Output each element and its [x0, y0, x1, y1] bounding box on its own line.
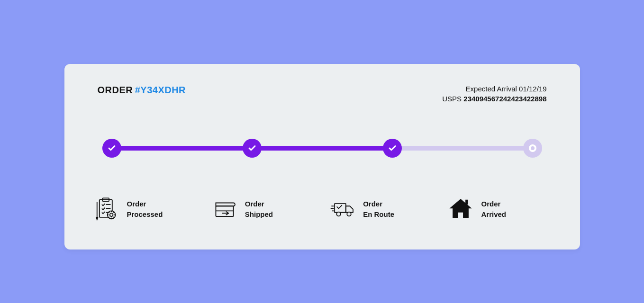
- step-arrived: Order Arrived: [447, 196, 551, 223]
- tracking-number: 234094567242423422898: [463, 95, 546, 103]
- step-node-4: [523, 139, 542, 158]
- steps-row: Order Processed Order Shipped: [93, 196, 552, 223]
- step-line1: Order: [245, 199, 273, 209]
- step-line2: Arrived: [481, 209, 506, 220]
- step-node-2: [243, 139, 262, 158]
- arrival-date: 01/12/19: [519, 85, 546, 93]
- home-icon: [447, 196, 474, 223]
- check-icon: [248, 144, 256, 152]
- shipping-info: Expected Arrival 01/12/19 USPS 234094567…: [442, 85, 546, 103]
- step-text: Order Shipped: [245, 199, 273, 220]
- expected-arrival: Expected Arrival 01/12/19: [442, 85, 546, 93]
- clipboard-icon: [93, 196, 120, 223]
- step-enroute: Order En Route: [329, 196, 433, 223]
- step-text: Order Processed: [127, 199, 163, 220]
- step-line1: Order: [481, 199, 506, 209]
- svg-point-12: [347, 212, 351, 216]
- step-line2: Shipped: [245, 209, 273, 220]
- step-line2: Processed: [127, 209, 163, 220]
- truck-icon: [329, 196, 356, 223]
- progress-track: [102, 139, 542, 158]
- step-line2: En Route: [363, 209, 394, 220]
- tracking-card: ORDER #Y34XDHR Expected Arrival 01/12/19…: [64, 64, 580, 250]
- header-row: ORDER #Y34XDHR Expected Arrival 01/12/19…: [98, 85, 547, 103]
- svg-rect-10: [335, 204, 346, 213]
- order-id: #Y34XDHR: [135, 85, 186, 95]
- step-text: Order Arrived: [481, 199, 506, 220]
- step-node-1: [102, 139, 121, 158]
- check-icon: [388, 144, 397, 152]
- package-icon: [211, 196, 238, 223]
- track-nodes: [102, 139, 542, 158]
- step-line1: Order: [127, 199, 163, 209]
- svg-point-11: [337, 212, 341, 216]
- step-text: Order En Route: [363, 199, 394, 220]
- order-title: ORDER #Y34XDHR: [98, 85, 186, 96]
- arrival-label: Expected Arrival: [466, 85, 517, 93]
- svg-rect-16: [466, 200, 468, 205]
- step-node-3: [383, 139, 402, 158]
- carrier-name: USPS: [442, 95, 462, 103]
- tracking-line: USPS 234094567242423422898: [442, 95, 546, 103]
- step-line1: Order: [363, 199, 394, 209]
- step-processed: Order Processed: [93, 196, 197, 223]
- check-icon: [108, 144, 116, 152]
- circle-icon: [529, 144, 536, 152]
- order-label: ORDER: [98, 85, 133, 95]
- step-shipped: Order Shipped: [211, 196, 315, 223]
